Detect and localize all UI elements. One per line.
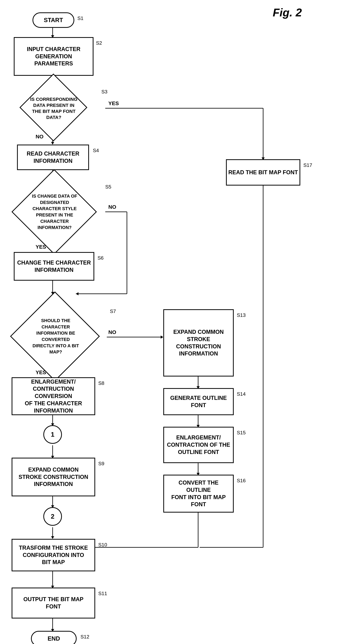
s6-step: S6 (98, 255, 104, 261)
svg-marker-29 (161, 336, 163, 338)
s7-step: S7 (110, 308, 116, 314)
s5-diamond: IS CHANGE DATA OF DESIGNATED CHARACTER S… (6, 181, 103, 243)
s8-label: ENLARGEMENT/ CONTRUCTION CONVERSION OF T… (14, 378, 93, 414)
s11-step: S11 (98, 591, 107, 596)
s4-rect: READ CHARACTER INFORMATION (17, 144, 89, 170)
svg-marker-5 (51, 142, 54, 144)
s10-rect: TRASFORM THE STROKE CONFIGURATION INTO B… (12, 539, 95, 571)
s8-rect: ENLARGEMENT/ CONTRUCTION CONVERSION OF T… (12, 377, 95, 415)
s9-label: EXPAND COMMON STROKE CONSTRUCTION INFORM… (19, 466, 88, 488)
s5-step: S5 (105, 184, 111, 190)
s15-label: ENLARGEMENT/ CONTRACTION OF THE OUTLINE … (167, 434, 230, 456)
s11-rect: OUTPUT THE BIT MAP FONT (12, 588, 95, 618)
s16-rect: CONVERT THE OUTLINE FONT INTO BIT MAP FO… (163, 475, 234, 512)
start-oval: START (33, 12, 74, 28)
s3-label: IS CORRESPONDING DATA PRESENT IN THE BIT… (30, 97, 77, 120)
s16-label: CONVERT THE OUTLINE FONT INTO BIT MAP FO… (166, 479, 231, 508)
s3-step: S3 (101, 89, 107, 95)
s7-label: SHOULD THE CHARACTER INFORMATION BE CONV… (33, 318, 79, 354)
svg-marker-38 (51, 536, 54, 539)
s8-step: S8 (98, 380, 104, 386)
svg-text:YES: YES (108, 100, 119, 106)
connector-2-label: 2 (51, 513, 54, 520)
s10-label: TRASFORM THE STROKE CONFIGURATION INTO B… (19, 544, 88, 566)
s15-step: S15 (237, 430, 246, 436)
end-label: END (48, 635, 60, 642)
s5-label: IS CHANGE DATA OF DESIGNATED CHARACTER S… (32, 194, 77, 230)
s10-step: S10 (98, 542, 107, 548)
s6-rect: CHANGE THE CHARACTER INFORMATION (14, 252, 94, 281)
connector-1-label: 1 (51, 431, 54, 438)
s13-rect: EXPAND COMMON STROKE CONSTRUCTION INFORM… (163, 309, 234, 376)
s7-diamond: SHOULD THE CHARACTER INFORMATION BE CONV… (5, 306, 107, 367)
svg-text:NO: NO (108, 329, 116, 335)
s17-label: READ THE BIT MAP FONT (228, 169, 298, 176)
connector-2: 2 (43, 507, 62, 526)
s15-rect: ENLARGEMENT/ CONTRACTION OF THE OUTLINE … (163, 427, 234, 463)
s2-label: INPUT CHARACTER GENERATION PARAMETERS (16, 46, 91, 67)
svg-text:NO: NO (36, 134, 44, 140)
s2-rect: INPUT CHARACTER GENERATION PARAMETERS (14, 37, 94, 76)
s9-step: S9 (98, 461, 104, 466)
s12-step: S12 (81, 634, 89, 640)
svg-text:NO: NO (108, 204, 116, 210)
s6-label: CHANGE THE CHARACTER INFORMATION (17, 259, 91, 274)
s14-rect: GENERATE OUTLINE FONT (163, 388, 234, 415)
s17-rect: READ THE BIT MAP FONT (226, 159, 300, 186)
s14-step: S14 (237, 391, 246, 397)
connector-1: 1 (43, 425, 62, 444)
start-label: START (44, 17, 63, 24)
s3-diamond: IS CORRESPONDING DATA PRESENT IN THE BIT… (9, 86, 98, 131)
diagram-container: Fig. 2 NO YES YES NO (0, 0, 356, 644)
s1-label: S1 (77, 16, 83, 21)
s4-label: READ CHARACTER INFORMATION (27, 150, 79, 165)
s17-step: S17 (303, 162, 312, 168)
s14-label: GENERATE OUTLINE FONT (170, 394, 227, 409)
s4-step: S4 (93, 148, 99, 154)
s2-step: S2 (96, 40, 102, 46)
s16-step: S16 (237, 478, 246, 484)
s13-step: S13 (237, 312, 246, 318)
figure-title: Fig. 2 (273, 6, 302, 19)
end-oval: END (31, 631, 77, 644)
s13-label: EXPAND COMMON STROKE CONSTRUCTION INFORM… (166, 328, 231, 357)
svg-marker-19 (76, 292, 79, 295)
s9-rect: EXPAND COMMON STROKE CONSTRUCTION INFORM… (12, 458, 95, 496)
s11-label: OUTPUT THE BIT MAP FONT (23, 596, 83, 610)
